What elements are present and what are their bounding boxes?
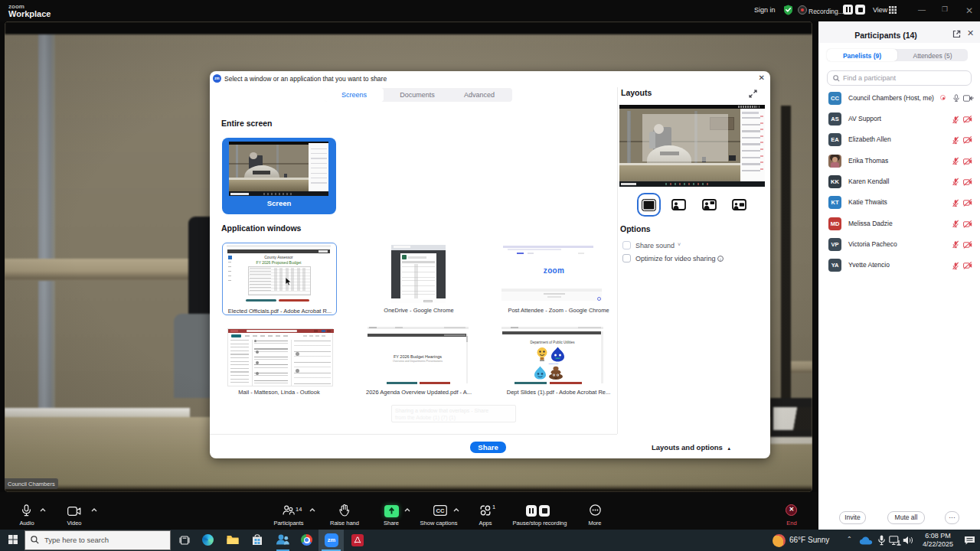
svg-text:CC: CC [436,507,445,514]
